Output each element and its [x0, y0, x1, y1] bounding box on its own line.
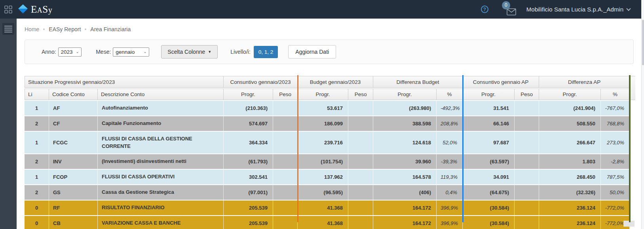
cell-differenza-budget-pct: 0,4%: [437, 185, 463, 200]
col-differenza-ap-progr: Progr.: [539, 89, 601, 100]
group-budget: Budget gennaio/2023: [298, 76, 373, 88]
cell-differenza-budget-progr: 164.172: [373, 216, 437, 229]
cell-descrizione-conto: Cassa da Gestione Strategica: [98, 185, 224, 200]
select-caret-icon: ⌄: [76, 50, 79, 54]
breadcrumb-current-page: Area Finanziaria: [90, 26, 131, 32]
cell-differenza-ap-pct: -767,0%: [601, 101, 630, 115]
cell-descrizione-conto: (Investimenti) disinvestimenti netti: [98, 154, 224, 169]
cell-consuntivo-ap-peso: [515, 101, 539, 115]
left-sidebar: [0, 19, 17, 229]
chevron-down-icon: [626, 6, 631, 11]
cell-descrizione-conto: Autofinanziamento: [98, 101, 224, 115]
sidebar-menu-toggle[interactable]: [2, 23, 14, 35]
cell-consuntivo-ap-peso: [515, 201, 539, 215]
col-consuntivo-progr: Progr.: [224, 89, 273, 100]
cell-differenza-ap-progr: 266.647: [539, 132, 601, 154]
table-row: 2INV(Investimenti) disinvestimenti netti…: [25, 154, 630, 169]
select-caret-icon: ⌄: [144, 50, 147, 54]
cell-budget-peso: [348, 132, 373, 154]
cell-differenza-ap-progr: (241.904): [539, 101, 601, 115]
cell-consuntivo-ap-peso: [515, 170, 539, 184]
col-consuntivo-ap-peso: Peso: [515, 89, 539, 100]
group-differenza-ap: Differenza AP: [539, 76, 630, 88]
cell-codice-conto: RF: [49, 201, 98, 215]
financial-report-table: Situazione Progressivi gennaio/2023 Cons…: [25, 75, 630, 229]
cell-budget-progr: 41.368: [298, 201, 348, 215]
budget-group-separator-line: [297, 75, 298, 222]
cell-descrizione-conto: FLUSSI DI CASSA OPERATIVI: [98, 170, 224, 184]
cell-descrizione-conto: Capitale Funzionamento: [98, 116, 224, 131]
table-row: 1AFAutofinanziamento(210.363)53.617(263.…: [25, 101, 630, 115]
cell-differenza-budget-pct: 396,9%: [437, 216, 463, 229]
top-navigation-bar: EASy ? 0 Mobilificio Santa Lucia S.p.A._…: [0, 0, 641, 19]
cell-budget-peso: [348, 154, 373, 169]
cell-budget-peso: [348, 185, 373, 200]
breadcrumb-home[interactable]: Home: [25, 26, 39, 32]
notification-badge: 0: [502, 1, 510, 9]
cell-livello: 1: [25, 132, 49, 154]
envelope-icon: [507, 8, 516, 15]
livello-button[interactable]: 0, 1, 2: [254, 46, 278, 58]
cell-codice-conto: CF: [49, 116, 98, 131]
cell-consuntivo-ap-progr: 31.541: [463, 101, 515, 115]
breadcrumb-easy-report[interactable]: EASy Report: [49, 26, 81, 32]
group-situazione-progressivi: Situazione Progressivi gennaio/2023: [25, 76, 224, 88]
aggiorna-dati-button[interactable]: Aggiorna Dati: [288, 45, 336, 59]
table-row: 0CBVARIAZIONE CASSA E BANCHE205.53941.36…: [25, 216, 630, 229]
cell-budget-progr: 239.716: [298, 132, 348, 154]
cell-descrizione-conto: VARIAZIONE CASSA E BANCHE: [98, 216, 224, 229]
col-differenza-ap-pct: %: [601, 89, 630, 100]
cell-codice-conto: INV: [49, 154, 98, 169]
cell-differenza-budget-pct: 396,9%: [437, 201, 463, 215]
breadcrumb: Home EASy Report Area Finanziaria: [17, 19, 641, 33]
cell-consuntivo-ap-progr: 97.687: [463, 132, 515, 154]
table-header: Situazione Progressivi gennaio/2023 Cons…: [25, 76, 630, 100]
help-icon[interactable]: ?: [481, 6, 488, 13]
user-account-menu[interactable]: Mobilificio Santa Lucia S.p.A._Admin: [526, 6, 630, 13]
livello-label: Livello/i:: [230, 49, 251, 55]
cell-differenza-budget-pct: 52,0%: [437, 132, 463, 154]
cell-differenza-ap-progr: (32.326): [539, 185, 601, 200]
user-account-label: Mobilificio Santa Lucia S.p.A._Admin: [526, 6, 623, 13]
mese-select[interactable]: gennaio ⌄: [113, 47, 149, 57]
scelta-colonne-label: Scelta Colonne: [167, 49, 205, 55]
col-budget-peso: Peso: [348, 89, 373, 100]
vertical-scrollbar[interactable]: [641, 0, 644, 229]
cell-codice-conto: FCGC: [49, 132, 98, 154]
dropdown-caret-icon: ▼: [208, 50, 211, 54]
cell-consuntivo-peso: [273, 185, 298, 200]
group-consuntivo-ap: Consuntivo gennaio AP: [463, 76, 539, 88]
table-row: 2CFCapitale Funzionamento574.697186.0993…: [25, 116, 630, 131]
cell-budget-progr: 137.962: [298, 170, 348, 184]
cell-consuntivo-ap-peso: [515, 154, 539, 169]
cell-differenza-ap-progr: 1.803: [539, 154, 601, 169]
cell-consuntivo-ap-progr: (64.675): [463, 185, 515, 200]
apps-grid-icon[interactable]: [4, 6, 12, 13]
cell-consuntivo-progr: 205.539: [224, 216, 273, 229]
cell-differenza-ap-pct: 768,8%: [601, 116, 630, 131]
cell-consuntivo-ap-peso: [515, 185, 539, 200]
cell-livello: 0: [25, 201, 49, 215]
table-right-edge-separator-line: [629, 75, 631, 222]
cell-consuntivo-ap-peso: [515, 132, 539, 154]
cell-differenza-ap-progr: 236.124: [539, 216, 601, 229]
vertical-scrollbar-thumb[interactable]: [642, 20, 644, 65]
brand-letter: E: [31, 4, 37, 15]
table-row: 2GSCassa da Gestione Strategica(97.001)(…: [25, 185, 630, 200]
scelta-colonne-button[interactable]: Scelta Colonne ▼: [161, 45, 218, 59]
cell-consuntivo-peso: [273, 116, 298, 131]
cell-differenza-ap-pct: 787,5%: [601, 170, 630, 184]
cell-differenza-budget-pct: 119,3%: [437, 170, 463, 184]
cell-consuntivo-peso: [273, 101, 298, 115]
cell-consuntivo-progr: 364.334: [224, 132, 273, 154]
cell-differenza-ap-pct: -772,0%: [601, 201, 630, 215]
col-consuntivo-ap-progr: Progr.: [463, 89, 515, 100]
cell-livello: 2: [25, 185, 49, 200]
cell-budget-progr: 186.099: [298, 116, 348, 131]
anno-select[interactable]: 2023 ⌄: [58, 47, 82, 57]
notifications-button[interactable]: 0: [503, 3, 516, 16]
cell-budget-peso: [348, 170, 373, 184]
cell-differenza-ap-progr: 508.550: [539, 116, 601, 131]
easy-logo[interactable]: EASy: [18, 4, 52, 15]
cell-codice-conto: GS: [49, 185, 98, 200]
